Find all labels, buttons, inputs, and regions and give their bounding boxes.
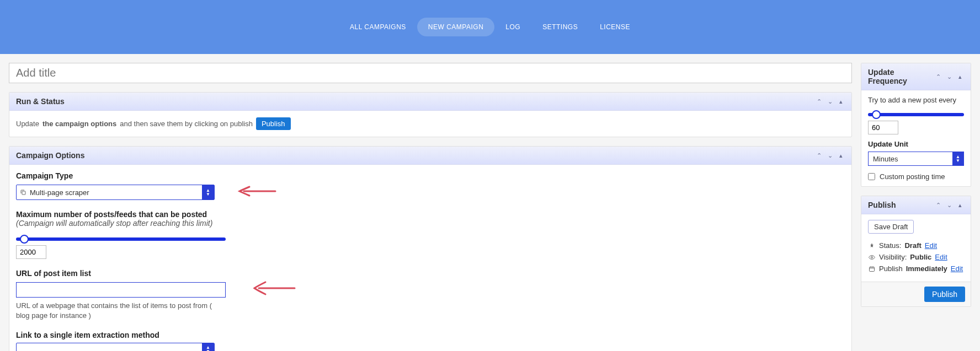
chevron-down-icon[interactable]: ⌄ [945, 73, 953, 80]
updown-arrows-icon: ▲▼ [202, 185, 214, 199]
slider-max-posts[interactable] [16, 237, 226, 241]
updown-arrows-icon: ▲▼ [952, 152, 963, 165]
updown-arrows-icon: ▲▼ [202, 343, 214, 351]
publish-time-value: Immediately [906, 264, 947, 273]
status-label: Status: [879, 241, 901, 250]
annotation-arrow-icon [234, 185, 278, 201]
status-value: Draft [904, 241, 921, 250]
chevron-down-icon[interactable]: ⌄ [826, 152, 834, 159]
checkbox-custom-posting-row[interactable]: Custom posting time [868, 172, 964, 181]
edit-visibility-link[interactable]: Edit [935, 253, 947, 261]
panel-run-status: Run & Status ⌃ ⌄ ▴ Update the campaign o… [9, 92, 852, 137]
status-strong-text: the campaign options [42, 120, 116, 128]
calendar-icon [868, 265, 876, 273]
select-campaign-type-value: Multi-page scraper [30, 185, 202, 199]
tab-license[interactable]: LICENSE [589, 18, 641, 36]
select-campaign-type[interactable]: Multi-page scraper ▲▼ [16, 185, 215, 200]
annotation-arrow-icon [248, 280, 292, 296]
label-max-posts: Maximum number of posts/feeds that can b… [16, 210, 226, 228]
collapse-toggle-icon[interactable]: ▴ [956, 73, 964, 80]
label-try-add-post: Try to add a new post every [868, 96, 964, 104]
visibility-value: Public [910, 253, 931, 261]
tab-settings[interactable]: SETTINGS [531, 18, 589, 36]
panel-title-update-frequency: Update Frequency [868, 68, 934, 85]
panel-title-publish: Publish [868, 201, 896, 209]
svg-point-1 [871, 256, 873, 258]
panel-title-run-status: Run & Status [16, 97, 65, 106]
publish-button[interactable]: Publish [924, 287, 965, 302]
status-update-suffix: and then save them by clicking on publis… [120, 120, 253, 128]
tab-new-campaign[interactable]: NEW CAMPAIGN [417, 18, 494, 36]
copy-pages-icon [17, 185, 30, 199]
top-nav-bar: ALL CAMPAIGNS NEW CAMPAIGN LOG SETTINGS … [0, 0, 980, 54]
pin-icon [868, 242, 876, 250]
select-link-extraction[interactable]: ▲▼ [16, 343, 215, 351]
publish-time-label: Publish [879, 264, 903, 273]
chevron-up-icon[interactable]: ⌃ [815, 152, 823, 159]
input-url-post-list[interactable] [16, 282, 226, 298]
status-update-prefix: Update [16, 120, 39, 128]
label-link-extraction: Link to a single item extraction method [16, 331, 215, 339]
title-input[interactable] [9, 63, 852, 83]
panel-campaign-options: Campaign Options ⌃ ⌄ ▴ Campaign Type Mul… [9, 146, 852, 351]
chevron-up-icon[interactable]: ⌃ [815, 98, 823, 105]
chevron-down-icon[interactable]: ⌄ [945, 201, 953, 209]
panel-title-campaign-options: Campaign Options [16, 151, 84, 160]
chevron-up-icon[interactable]: ⌃ [934, 73, 942, 80]
label-campaign-type: Campaign Type [16, 171, 215, 180]
input-update-frequency[interactable] [868, 121, 898, 134]
select-update-unit-value: Minutes [869, 152, 952, 165]
panel-publish: Publish ⌃ ⌄ ▴ Save Draft Status: Draft E… [861, 196, 971, 307]
slider-update-frequency[interactable] [868, 113, 964, 116]
chevron-down-icon[interactable]: ⌄ [826, 98, 834, 105]
hint-max-posts: (Campaign will automatically stop after … [16, 219, 212, 228]
chevron-up-icon[interactable]: ⌃ [934, 201, 942, 209]
checkbox-custom-posting[interactable] [868, 173, 875, 180]
select-update-unit[interactable]: Minutes ▲▼ [868, 152, 964, 166]
visibility-label: Visibility: [879, 253, 907, 261]
panel-update-frequency: Update Frequency ⌃ ⌄ ▴ Try to add a new … [861, 63, 971, 187]
svg-rect-0 [22, 191, 25, 195]
input-max-posts[interactable] [16, 245, 46, 259]
label-custom-posting: Custom posting time [880, 172, 945, 181]
label-url-post-list: URL of post item list [16, 269, 226, 278]
svg-rect-2 [870, 267, 875, 271]
eye-icon [868, 253, 876, 261]
collapse-toggle-icon[interactable]: ▴ [956, 201, 964, 209]
edit-publish-time-link[interactable]: Edit [951, 264, 963, 273]
inline-publish-button[interactable]: Publish [256, 117, 291, 130]
nav-tabs: ALL CAMPAIGNS NEW CAMPAIGN LOG SETTINGS … [339, 18, 641, 36]
help-url-post-list: URL of a webpage that contains the list … [16, 301, 226, 321]
tab-all-campaigns[interactable]: ALL CAMPAIGNS [339, 18, 417, 36]
collapse-toggle-icon[interactable]: ▴ [837, 152, 845, 159]
edit-status-link[interactable]: Edit [925, 241, 937, 250]
collapse-toggle-icon[interactable]: ▴ [837, 98, 845, 105]
label-update-unit: Update Unit [868, 140, 964, 148]
tab-log[interactable]: LOG [494, 18, 531, 36]
select-link-extraction-value [17, 343, 202, 351]
save-draft-button[interactable]: Save Draft [868, 220, 914, 234]
